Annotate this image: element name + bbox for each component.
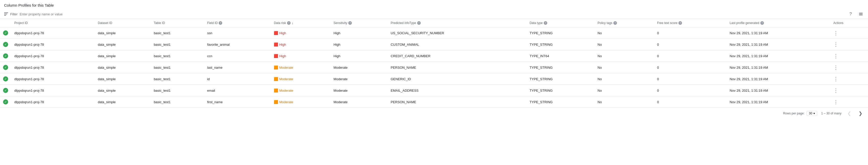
field-id-cell: email [204,85,271,96]
moderate-risk-icon: 🟧 [274,77,278,81]
policy-tags-cell: No [594,27,654,39]
dataset-id-cell: data_simple [95,73,151,85]
predicted-info-help-icon[interactable]: ? [417,21,421,25]
data-type-cell: TYPE_STRING [527,73,594,85]
filter-input[interactable] [20,12,845,16]
last-profile-cell: Nov 29, 2021, 1:31:19 AM [727,50,830,62]
free-text-help-icon[interactable]: ? [678,21,682,25]
columns-icon[interactable] [858,11,864,17]
table-header-row: Project ID Dataset ID Table ID Field ID … [0,19,868,27]
data-risk-cell: 🟧Moderate [271,73,331,85]
data-type-cell: TYPE_STRING [527,62,594,73]
col-sensitivity: Sensitivity ? [331,19,388,27]
help-icon-toolbar[interactable]: ? [847,11,854,17]
table-row: ✓dlppsbqrun1-proj-78data_simplebasic_tes… [0,96,868,108]
risk-label: Moderate [279,66,293,70]
predicted-info-type-cell: US_SOCIAL_SECURITY_NUMBER [388,27,526,39]
data-risk-sort-icon[interactable]: ↓ [291,21,293,25]
status-cell: ✓ [0,39,11,50]
dataset-id-cell: data_simple [95,62,151,73]
status-cell: ✓ [0,50,11,62]
data-risk-help-icon[interactable]: ? [287,21,290,25]
sensitivity-cell: Moderate [331,96,388,108]
filter-lines-icon [4,12,8,16]
policy-tags-help-icon[interactable]: ? [613,21,617,25]
risk-label: Moderate [279,100,293,104]
risk-label: High [279,43,286,47]
field-id-help-icon[interactable]: ? [219,21,222,25]
more-actions-button[interactable]: ⋮ [833,88,839,93]
policy-tags-cell: No [594,39,654,50]
col-project-id: Project ID [11,19,95,27]
actions-cell[interactable]: ⋮ [830,85,868,96]
project-id-cell: dlppsbqrun1-proj-78 [11,96,95,108]
project-id-cell: dlppsbqrun1-proj-78 [11,27,95,39]
actions-cell[interactable]: ⋮ [830,96,868,108]
col-dataset-id: Dataset ID [95,19,151,27]
field-id-cell: id [204,73,271,85]
last-profile-help-icon[interactable]: ? [760,21,764,25]
col-last-profile: Last profile generated ? [727,19,830,27]
free-text-score-cell: 0 [654,96,727,108]
field-id-cell: favorite_animal [204,39,271,50]
more-actions-button[interactable]: ⋮ [833,99,839,105]
table-row: ✓dlppsbqrun1-proj-78data_simplebasic_tes… [0,62,868,73]
predicted-info-type-cell: CREDIT_CARD_NUMBER [388,50,526,62]
predicted-info-type-cell: CUSTOM_ANIMAL [388,39,526,50]
more-actions-button[interactable]: ⋮ [833,53,839,59]
policy-tags-cell: No [594,62,654,73]
free-text-score-cell: 0 [654,50,727,62]
field-id-cell: first_name [204,96,271,108]
dataset-id-cell: data_simple [95,39,151,50]
col-data-risk: Data risk ? ↓ [271,19,331,27]
free-text-score-cell: 0 [654,85,727,96]
actions-cell[interactable]: ⋮ [830,73,868,85]
col-actions: Actions [830,19,868,27]
next-page-button[interactable]: ❯ [857,110,864,117]
status-icon: ✓ [3,30,8,35]
last-profile-cell: Nov 29, 2021, 1:31:19 AM [727,27,830,39]
col-data-type: Data type ? [527,19,594,27]
pagination-info: 1 – 30 of many [821,112,841,115]
table-id-cell: basic_test1 [151,73,204,85]
moderate-risk-icon: 🟧 [274,65,278,70]
data-risk-cell: 🟧Moderate [271,62,331,73]
actions-cell[interactable]: ⋮ [830,50,868,62]
sensitivity-help-icon[interactable]: ? [348,21,352,25]
more-actions-button[interactable]: ⋮ [833,65,839,70]
rows-per-page-select[interactable]: 30 ▾ [807,111,817,116]
risk-label: Moderate [279,89,293,92]
more-actions-button[interactable]: ⋮ [833,30,839,36]
table-id-cell: basic_test1 [151,39,204,50]
policy-tags-cell: No [594,50,654,62]
data-type-cell: TYPE_STRING [527,96,594,108]
data-type-cell: TYPE_STRING [527,27,594,39]
table-id-cell: basic_test1 [151,62,204,73]
actions-cell[interactable]: ⋮ [830,27,868,39]
prev-page-button[interactable]: ❮ [845,110,853,117]
chevron-down-icon: ▾ [813,112,815,115]
data-risk-cell: 🟧Moderate [271,85,331,96]
data-type-help-icon[interactable]: ? [544,21,547,25]
status-icon: ✓ [3,99,8,105]
actions-cell[interactable]: ⋮ [830,39,868,50]
col-table-id: Table ID [151,19,204,27]
status-cell: ✓ [0,96,11,108]
rows-per-page-label: Rows per page: [783,112,804,115]
status-icon: ✓ [3,53,8,58]
more-actions-button[interactable]: ⋮ [833,76,839,82]
sensitivity-cell: High [331,39,388,50]
field-id-cell: ccn [204,50,271,62]
filter-icon[interactable]: Filter [4,12,18,16]
free-text-score-cell: 0 [654,39,727,50]
predicted-info-type-cell: PERSON_NAME [388,96,526,108]
col-policy-tags: Policy tags ? [594,19,654,27]
actions-cell[interactable]: ⋮ [830,62,868,73]
data-type-cell: TYPE_STRING [527,85,594,96]
predicted-info-type-cell: EMAIL_ADDRESS [388,85,526,96]
table-row: ✓dlppsbqrun1-proj-78data_simplebasic_tes… [0,39,868,50]
footer: Rows per page: 30 ▾ 1 – 30 of many ❮ ❯ [0,108,868,119]
dataset-id-cell: data_simple [95,96,151,108]
more-actions-button[interactable]: ⋮ [833,42,839,47]
dataset-id-cell: data_simple [95,50,151,62]
